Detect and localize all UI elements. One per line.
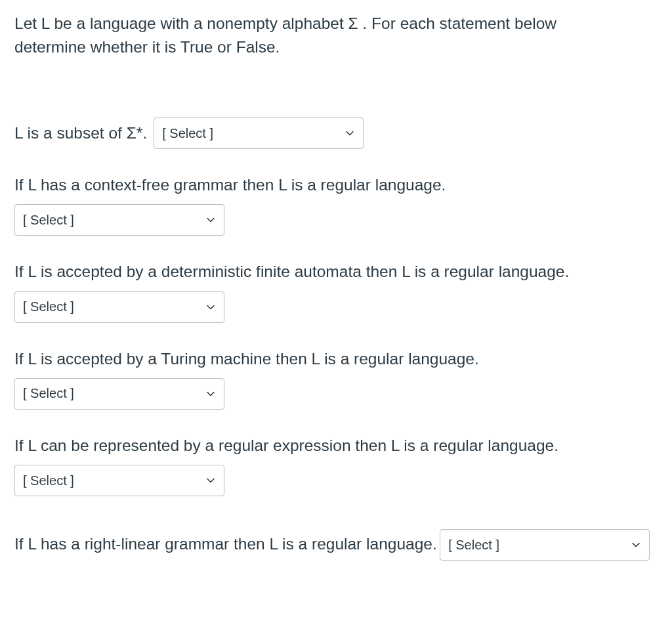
question-6: If L has a right-linear grammar then L i… [14,521,658,561]
question-6-text: If L has a right-linear grammar then L i… [14,535,437,553]
chevron-down-icon [345,128,355,139]
question-prompt: Let L be a language with a nonempty alph… [14,12,658,58]
chevron-down-icon [205,302,216,312]
prompt-line-2: determine whether it is True or False. [14,38,280,56]
question-1-text: L is a subset of Σ*. [14,122,147,144]
select-placeholder-label: [ Select ] [23,473,74,488]
select-placeholder-label: [ Select ] [448,538,499,553]
question-3-select[interactable]: [ Select ] [14,291,224,323]
select-placeholder-label: [ Select ] [162,126,213,141]
question-2-text: If L has a context-free grammar then L i… [14,176,446,194]
chevron-down-icon [205,389,216,399]
question-3-text: If L is accepted by a deterministic fini… [14,263,569,280]
question-4: If L is accepted by a Turing machine the… [14,348,658,410]
question-4-text: If L is accepted by a Turing machine the… [14,350,479,368]
select-placeholder-label: [ Select ] [23,386,74,401]
prompt-line-1: Let L be a language with a nonempty alph… [14,14,556,32]
question-5-text: If L can be represented by a regular exp… [14,437,558,454]
question-1: L is a subset of Σ*. [ Select ] [14,117,658,149]
question-page: Let L be a language with a nonempty alph… [0,0,672,605]
chevron-down-icon [205,215,216,225]
select-placeholder-label: [ Select ] [23,213,74,228]
chevron-down-icon [631,540,641,550]
select-placeholder-label: [ Select ] [23,299,74,314]
question-5: If L can be represented by a regular exp… [14,435,658,496]
question-2-select[interactable]: [ Select ] [14,204,224,236]
question-6-select[interactable]: [ Select ] [440,529,650,561]
chevron-down-icon [205,475,216,486]
question-1-select[interactable]: [ Select ] [154,117,364,149]
question-4-select[interactable]: [ Select ] [14,378,224,410]
question-5-select[interactable]: [ Select ] [14,465,224,496]
question-3: If L is accepted by a deterministic fini… [14,261,658,322]
question-2: If L has a context-free grammar then L i… [14,174,658,236]
